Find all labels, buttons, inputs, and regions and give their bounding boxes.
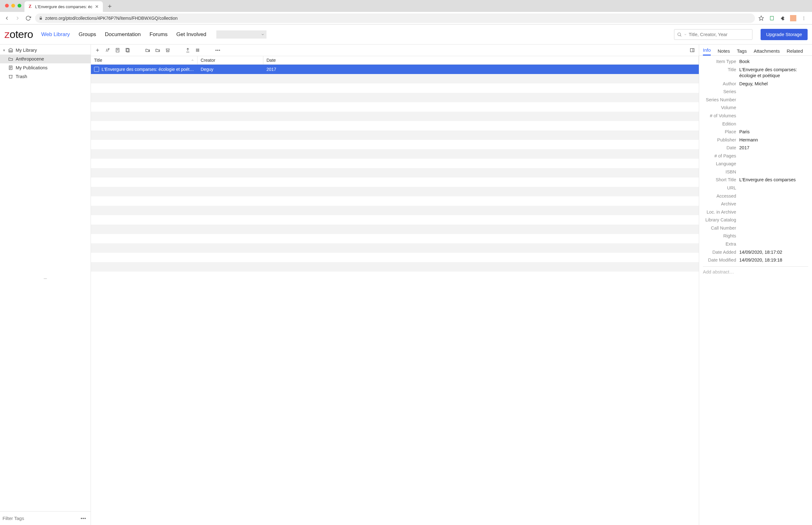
field--of-pages[interactable]: # of Pages [703, 152, 808, 160]
nav-forums[interactable]: Forums [150, 31, 168, 38]
profile-avatar[interactable] [790, 15, 796, 21]
field-value[interactable] [739, 113, 808, 119]
item-row[interactable]: L'Envergure des comparses: écologie et p… [91, 65, 699, 74]
add-item-icon[interactable] [95, 47, 100, 53]
field-value[interactable] [739, 201, 808, 207]
trash-icon[interactable] [165, 47, 171, 53]
field-date-modified[interactable]: Date Modified14/09/2020, 18:19:18 [703, 256, 808, 265]
zotero-logo[interactable]: zotero [4, 28, 33, 41]
field-value[interactable] [739, 185, 808, 191]
field-publisher[interactable]: PublisherHermann [703, 136, 808, 144]
field-value[interactable] [739, 241, 808, 247]
field-short-title[interactable]: Short TitleL'Envergure des comparses [703, 176, 808, 184]
field--of-volumes[interactable]: # of Volumes [703, 112, 808, 120]
field-language[interactable]: Language [703, 160, 808, 168]
more-icon[interactable]: ••• [215, 47, 221, 53]
field-value[interactable] [739, 209, 808, 215]
field-value[interactable]: L'Envergure des comparses [739, 177, 808, 183]
zotero-connector-icon[interactable] [769, 15, 775, 21]
field-place[interactable]: PlaceParis [703, 128, 808, 136]
nav-web-library[interactable]: Web Library [41, 31, 70, 38]
nav-get-involved[interactable]: Get Involved [177, 31, 206, 38]
forward-button[interactable] [14, 14, 21, 22]
field-value[interactable]: L'Envergure des comparses: écologie et p… [739, 67, 808, 79]
sidebar-item-anthropocene[interactable]: Anthropocene [0, 55, 91, 63]
caret-down-icon[interactable]: ▼ [2, 49, 6, 52]
sidebar-item-my-publications[interactable]: My Publications [0, 63, 91, 72]
tab-tags[interactable]: Tags [737, 48, 747, 56]
sidebar-item-trash[interactable]: Trash [0, 72, 91, 81]
sidebar-splitter[interactable]: ─ [0, 277, 91, 280]
field-value[interactable] [739, 217, 808, 223]
field-date-added[interactable]: Date Added14/09/2020, 18:17:02 [703, 249, 808, 257]
abstract-field[interactable]: Add abstract… [703, 266, 808, 274]
field-value[interactable]: 2017 [739, 145, 808, 151]
field-series[interactable]: Series [703, 88, 808, 96]
export-icon[interactable] [185, 47, 190, 53]
field-extra[interactable]: Extra [703, 240, 808, 249]
reload-button[interactable] [25, 14, 32, 22]
field-value[interactable] [739, 121, 808, 127]
star-icon[interactable] [758, 15, 764, 21]
col-creator[interactable]: Creator [198, 56, 263, 64]
remove-from-collection-icon[interactable] [155, 47, 160, 53]
field-value[interactable]: Hermann [739, 137, 808, 143]
nav-documentation[interactable]: Documentation [105, 31, 141, 38]
tab-related[interactable]: Related [786, 48, 803, 56]
nav-groups[interactable]: Groups [79, 31, 96, 38]
field-value[interactable] [739, 193, 808, 199]
field-value[interactable]: 14/09/2020, 18:19:18 [739, 257, 808, 264]
back-button[interactable] [3, 14, 11, 22]
field-isbn[interactable]: ISBN [703, 168, 808, 176]
close-tab-icon[interactable]: ✕ [95, 4, 99, 9]
extensions-icon[interactable] [779, 15, 786, 21]
field-value[interactable]: Paris [739, 129, 808, 135]
new-note-icon[interactable] [115, 47, 120, 53]
field-rights[interactable]: Rights [703, 232, 808, 240]
add-attachment-icon[interactable] [125, 47, 131, 53]
field-value[interactable] [739, 105, 808, 111]
toggle-details-pane-icon[interactable] [689, 47, 695, 53]
field-value[interactable] [739, 225, 808, 231]
search-input[interactable] [689, 32, 750, 37]
add-by-identifier-icon[interactable] [105, 47, 110, 53]
tag-menu-icon[interactable]: ••• [79, 516, 88, 521]
field-value[interactable] [739, 153, 808, 159]
chrome-menu-icon[interactable]: ⋮ [801, 15, 807, 21]
field-item-type[interactable]: Item TypeBook [703, 58, 808, 66]
browser-tab[interactable]: Z L'Envergure des comparses: éc ✕ [25, 1, 103, 12]
bibliography-icon[interactable] [195, 47, 201, 53]
field-accessed[interactable]: Accessed [703, 192, 808, 200]
field-value[interactable] [739, 97, 808, 103]
user-menu[interactable] [216, 30, 266, 39]
field-edition[interactable]: Edition [703, 120, 808, 128]
search-scope-chevron-icon[interactable] [684, 33, 687, 36]
field-value[interactable]: Book [739, 59, 808, 65]
field-series-number[interactable]: Series Number [703, 96, 808, 104]
col-title[interactable]: Title [91, 56, 198, 64]
field-author[interactable]: AuthorDeguy, Michel [703, 80, 808, 88]
field-url[interactable]: URL [703, 184, 808, 192]
minimize-window-button[interactable] [11, 4, 15, 7]
library-root[interactable]: ▼ My Library [0, 46, 91, 55]
upgrade-storage-button[interactable]: Upgrade Storage [761, 29, 808, 40]
field-value[interactable] [739, 89, 808, 95]
new-tab-button[interactable]: ＋ [105, 2, 114, 10]
field-library-catalog[interactable]: Library Catalog [703, 216, 808, 224]
tab-info[interactable]: Info [703, 47, 711, 56]
field-loc-in-archive[interactable]: Loc. in Archive [703, 208, 808, 216]
field-value[interactable] [739, 169, 808, 175]
search-box[interactable] [674, 29, 752, 40]
field-value[interactable]: Deguy, Michel [739, 81, 808, 87]
field-title[interactable]: TitleL'Envergure des comparses: écologie… [703, 66, 808, 80]
maximize-window-button[interactable] [18, 4, 21, 7]
url-field[interactable]: zotero.org/ptod/collections/4PK76P7N/ite… [35, 14, 755, 23]
field-value[interactable] [739, 233, 808, 239]
field-call-number[interactable]: Call Number [703, 224, 808, 232]
field-archive[interactable]: Archive [703, 200, 808, 208]
field-volume[interactable]: Volume [703, 104, 808, 112]
tab-attachments[interactable]: Attachments [754, 48, 780, 56]
tag-filter-input[interactable] [2, 515, 79, 521]
add-to-collection-icon[interactable] [145, 47, 151, 53]
close-window-button[interactable] [5, 4, 9, 7]
